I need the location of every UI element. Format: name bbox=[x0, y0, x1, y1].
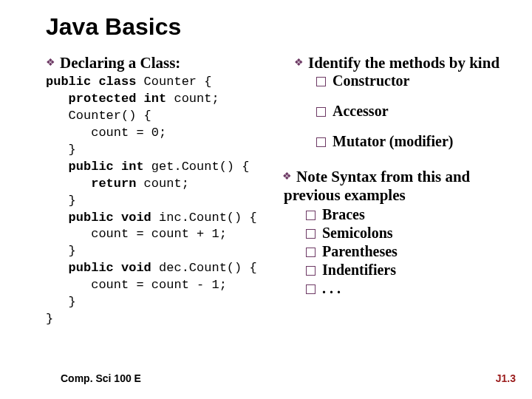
code-block: public class Counter { protected int cou… bbox=[46, 74, 290, 328]
list-item: Braces bbox=[306, 206, 502, 223]
list-item: Parentheses bbox=[306, 243, 502, 260]
kind-label: Mutator (modifier) bbox=[332, 133, 453, 150]
note-block: ❖ Note Syntax from this and previous exa… bbox=[282, 168, 502, 297]
content-columns: ❖ Declaring a Class: public class Counte… bbox=[46, 54, 502, 328]
diamond-icon: ❖ bbox=[46, 54, 55, 72]
list-item: Indentifiers bbox=[306, 262, 502, 279]
syntax-label: Semicolons bbox=[322, 225, 393, 242]
syntax-label: . . . bbox=[322, 280, 341, 297]
square-icon bbox=[306, 248, 316, 257]
note-heading-line2: previous examples bbox=[284, 186, 502, 205]
right-column: ❖ Identify the methods by kind Construct… bbox=[290, 54, 502, 299]
syntax-label: Parentheses bbox=[322, 243, 398, 260]
list-item: Accessor bbox=[316, 103, 502, 120]
syntax-label: Braces bbox=[322, 206, 365, 223]
kinds-list: Constructor Accessor Mutator (modifier) bbox=[316, 72, 502, 150]
square-icon bbox=[316, 107, 326, 117]
syntax-list: Braces Semicolons Parentheses Indentifie… bbox=[306, 206, 502, 297]
page-title: Java Basics bbox=[46, 13, 502, 41]
note-heading-line1: Note Syntax from this and bbox=[296, 168, 470, 186]
right-heading: Identify the methods by kind bbox=[308, 54, 499, 72]
list-item: Semicolons bbox=[306, 225, 502, 242]
footer-left: Comp. Sci 100 E bbox=[61, 372, 141, 384]
right-heading-row: ❖ Identify the methods by kind bbox=[294, 54, 502, 72]
footer-right: J1.3 bbox=[496, 372, 516, 384]
left-heading: Declaring a Class: bbox=[60, 54, 180, 72]
note-heading-row: ❖ Note Syntax from this and bbox=[282, 168, 502, 186]
syntax-label: Indentifiers bbox=[322, 262, 396, 279]
kind-label: Accessor bbox=[332, 103, 389, 120]
square-icon bbox=[316, 137, 326, 147]
square-icon bbox=[306, 229, 316, 239]
left-column: ❖ Declaring a Class: public class Counte… bbox=[46, 54, 290, 328]
left-heading-row: ❖ Declaring a Class: bbox=[46, 54, 290, 72]
diamond-icon: ❖ bbox=[282, 168, 292, 185]
slide: Java Basics ❖ Declaring a Class: public … bbox=[0, 0, 532, 399]
list-item: Mutator (modifier) bbox=[316, 133, 502, 150]
square-icon bbox=[306, 284, 316, 294]
square-icon bbox=[306, 211, 316, 220]
diamond-icon: ❖ bbox=[294, 54, 304, 72]
kind-label: Constructor bbox=[332, 72, 409, 89]
square-icon bbox=[306, 266, 316, 276]
square-icon bbox=[316, 77, 326, 86]
list-item: Constructor bbox=[316, 72, 502, 89]
list-item: . . . bbox=[306, 280, 502, 297]
